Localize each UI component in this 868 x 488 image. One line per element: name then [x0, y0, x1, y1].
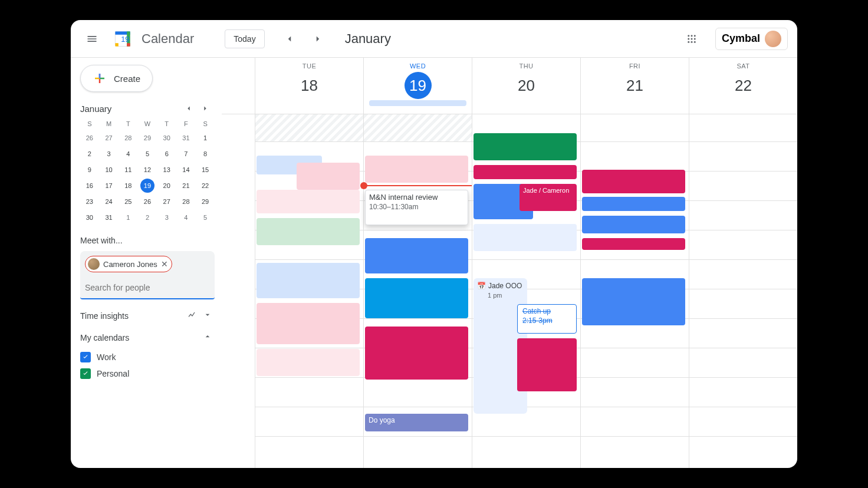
event-block[interactable]	[365, 156, 468, 183]
mini-day[interactable]: 5	[198, 210, 212, 225]
mini-day[interactable]: 27	[160, 194, 174, 209]
next-period-button[interactable]	[307, 28, 328, 50]
today-button[interactable]: Today	[225, 29, 264, 48]
event-block[interactable]	[365, 278, 468, 318]
new-event-popover[interactable]: M&N internal review 10:30–11:30am	[365, 190, 468, 225]
event-block[interactable]	[517, 338, 577, 391]
user-avatar[interactable]	[765, 31, 781, 47]
mini-day[interactable]: 12	[140, 163, 154, 177]
mini-day[interactable]: 10	[102, 163, 116, 177]
mini-day[interactable]: 9	[83, 163, 97, 177]
mini-day[interactable]: 20	[160, 179, 174, 193]
day-column-tue[interactable]	[255, 114, 363, 468]
event-block[interactable]	[365, 238, 468, 273]
event-block[interactable]	[582, 278, 685, 325]
day-header-thu[interactable]: THU 20	[472, 58, 580, 114]
mini-day[interactable]: 4	[179, 210, 193, 225]
mini-day[interactable]: 22	[198, 179, 212, 193]
mini-day[interactable]: 29	[140, 131, 154, 145]
mini-day[interactable]: 11	[121, 163, 135, 177]
mini-day[interactable]: 24	[102, 194, 116, 209]
day-header-sat[interactable]: SAT 22	[689, 58, 797, 114]
mini-day[interactable]: 1	[198, 131, 212, 145]
apps-grid-icon[interactable]	[680, 27, 703, 51]
mini-day[interactable]: 3	[102, 147, 116, 161]
menu-icon[interactable]	[80, 27, 104, 51]
event-block[interactable]	[257, 218, 360, 245]
mini-day[interactable]: 13	[160, 163, 174, 177]
event-catchup[interactable]: Catch up 2:15-3pm	[517, 304, 577, 334]
mini-day[interactable]: 7	[179, 147, 193, 161]
event-block[interactable]	[257, 190, 360, 213]
event-block[interactable]	[474, 133, 577, 160]
mini-day[interactable]: 17	[102, 179, 116, 193]
mini-day[interactable]: 27	[102, 131, 116, 145]
event-block[interactable]	[257, 263, 360, 298]
event-block[interactable]	[365, 327, 468, 380]
mini-day[interactable]: 19	[140, 179, 154, 193]
checkbox-icon[interactable]	[80, 368, 91, 379]
event-jade-cameron[interactable]: Jade / Cameron	[520, 184, 577, 211]
mini-day[interactable]: 4	[121, 147, 135, 161]
mini-day[interactable]: 14	[179, 163, 193, 177]
mini-dow: S	[80, 118, 99, 130]
mini-day[interactable]: 26	[83, 131, 97, 145]
mini-day[interactable]: 25	[121, 194, 135, 209]
event-block[interactable]	[257, 349, 360, 376]
search-people-input[interactable]	[80, 277, 215, 299]
checkbox-icon[interactable]	[80, 352, 91, 362]
mini-day[interactable]: 5	[140, 147, 154, 161]
event-block[interactable]	[474, 224, 577, 251]
mini-day[interactable]: 29	[198, 194, 212, 209]
event-block[interactable]	[582, 238, 685, 250]
mini-day[interactable]: 3	[160, 210, 174, 225]
chip-remove-icon[interactable]: ✕	[161, 259, 168, 269]
time-insights-row[interactable]: Time insights	[80, 310, 222, 321]
mini-day[interactable]: 21	[179, 179, 193, 193]
mini-day[interactable]: 30	[83, 210, 97, 225]
mini-day[interactable]: 15	[198, 163, 212, 177]
event-block[interactable]	[474, 165, 577, 179]
day-header-tue[interactable]: TUE 18	[255, 58, 363, 114]
people-chip[interactable]: Cameron Jones ✕	[85, 256, 172, 272]
mini-day[interactable]: 8	[198, 147, 212, 161]
day-column-sat[interactable]	[689, 114, 797, 468]
event-block[interactable]	[582, 170, 685, 193]
mini-day[interactable]: 1	[121, 210, 135, 225]
create-button[interactable]: Create	[80, 65, 153, 92]
event-block[interactable]	[582, 197, 685, 211]
mini-day[interactable]: 28	[179, 194, 193, 209]
mini-prev-button[interactable]	[182, 101, 196, 116]
calendar-work[interactable]: Work	[80, 349, 222, 365]
mini-day[interactable]: 6	[160, 147, 174, 161]
event-block[interactable]	[582, 216, 685, 233]
day-column-thu[interactable]: Jade / Cameron 📅 Jade OOO 1 pm Catch up …	[472, 114, 580, 468]
day-header-fri[interactable]: FRI 21	[580, 58, 689, 114]
time-grid[interactable]: M&N internal review 10:30–11:30am Do yog…	[222, 114, 797, 468]
mini-day[interactable]: 31	[179, 131, 193, 145]
event-yoga[interactable]: Do yoga	[365, 414, 468, 431]
mini-day[interactable]: 31	[102, 210, 116, 225]
calendar-personal[interactable]: Personal	[80, 365, 222, 382]
mini-day[interactable]: 2	[140, 210, 154, 225]
org-switcher[interactable]: Cymbal	[715, 28, 788, 50]
day-column-wed[interactable]: M&N internal review 10:30–11:30am Do yog…	[363, 114, 472, 468]
mini-day[interactable]: 18	[121, 179, 135, 193]
mini-day[interactable]: 26	[140, 194, 154, 209]
mini-day[interactable]: 23	[83, 194, 97, 209]
main-grid: TUE 18 WED 19 THU 20 FRI 21 SAT	[222, 58, 797, 468]
event-block[interactable]	[257, 303, 360, 344]
mini-calendar-header: January	[80, 101, 222, 116]
insights-icon	[188, 310, 197, 321]
allday-event[interactable]	[369, 100, 466, 106]
mini-day[interactable]: 28	[121, 131, 135, 145]
prev-period-button[interactable]	[279, 28, 300, 50]
day-column-fri[interactable]	[580, 114, 689, 468]
day-header-wed[interactable]: WED 19	[363, 58, 472, 114]
mini-next-button[interactable]	[198, 101, 212, 116]
my-calendars-row[interactable]: My calendars	[80, 332, 222, 343]
mini-day[interactable]: 16	[83, 179, 97, 193]
mini-day[interactable]: 30	[160, 131, 174, 145]
event-block[interactable]	[297, 163, 360, 190]
mini-day[interactable]: 2	[83, 147, 97, 161]
